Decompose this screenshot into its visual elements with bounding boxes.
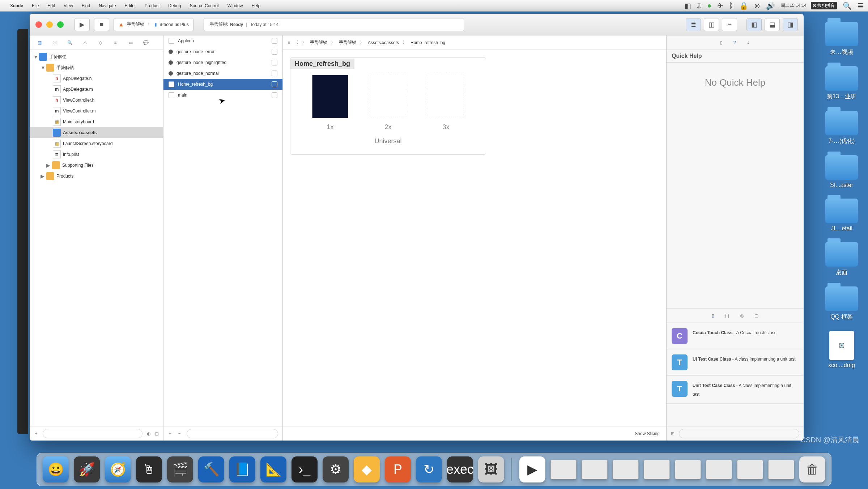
status-volume-icon[interactable]: 🔊 (766, 1, 775, 10)
dock-minimized-window[interactable] (706, 460, 732, 479)
status-lock-icon[interactable]: 🔒 (739, 1, 748, 10)
dock-minimized-window[interactable] (644, 460, 670, 479)
file-inspector-tab-icon[interactable]: ▯ (720, 40, 723, 45)
dock-minimized-window[interactable] (675, 460, 701, 479)
menu-help[interactable]: Help (251, 3, 260, 8)
test-navigator-tab-icon[interactable]: ◇ (96, 39, 104, 47)
library-grid-icon[interactable]: ⊞ (671, 431, 675, 436)
file-row[interactable]: mAppDelegate.m (30, 84, 163, 95)
spotlight-icon[interactable]: 🔍 (843, 1, 852, 10)
app-name[interactable]: Xcode (10, 3, 23, 8)
desktop-dmg[interactable]: 💽xco....dmg (828, 331, 855, 369)
desktop-folder[interactable]: JL...etail (825, 199, 858, 232)
toggle-utilities-button[interactable]: ◨ (783, 18, 798, 31)
status-sync-icon[interactable]: ● (707, 1, 711, 10)
library-item[interactable]: T Unit Test Case Class - A class impleme… (667, 376, 804, 404)
zoom-window-button[interactable] (57, 21, 64, 28)
jump-bar[interactable]: ⌗ 〈 〉 手势解锁 〉 手势解锁 〉 Assets.xcassets 〉 Ho… (283, 35, 666, 50)
menu-view[interactable]: View (64, 3, 73, 8)
products-group[interactable]: ▶Products (30, 171, 163, 182)
menu-file[interactable]: File (32, 3, 39, 8)
dock-preview-icon[interactable]: 🖼 (478, 456, 504, 482)
dock-mouse-icon[interactable]: 🖱 (136, 456, 162, 482)
project-root[interactable]: ▼手势解锁 (30, 51, 163, 62)
menu-source-control[interactable]: Source Control (190, 3, 219, 8)
toggle-debug-area-button[interactable]: ⬓ (765, 18, 780, 31)
dock-terminal-icon[interactable]: ›_ (292, 456, 318, 482)
dock-app-icon[interactable]: ↻ (416, 456, 442, 482)
project-group[interactable]: ▼手势解锁 (30, 62, 163, 73)
standard-editor-button[interactable]: ≣ (686, 18, 701, 31)
add-asset-button[interactable]: ＋ (168, 430, 172, 437)
desktop-folder[interactable]: 7-…(优化) (825, 111, 858, 145)
desktop-folder[interactable]: SI...aster (825, 155, 858, 188)
toggle-navigator-button[interactable]: ◧ (746, 18, 762, 31)
asset-row-selected[interactable]: Home_refresh_bg (163, 79, 282, 90)
recent-filter-icon[interactable]: ◐ (147, 431, 150, 436)
file-row[interactable]: hAppDelegate.h (30, 73, 163, 84)
menubar-clock[interactable]: 周二15:14:14 (781, 3, 807, 9)
navigator-filter-input[interactable] (43, 429, 142, 438)
menu-edit[interactable]: Edit (47, 3, 55, 8)
status-airplane-icon[interactable]: ✈ (717, 1, 723, 10)
dock-minimized-window[interactable] (737, 460, 763, 479)
desktop-folder[interactable]: 未…视频 (825, 22, 858, 56)
dock-media-icon[interactable]: ▶ (519, 456, 545, 482)
menu-product[interactable]: Product (145, 3, 159, 8)
library-filter-input[interactable] (679, 429, 799, 438)
dock-minimized-window[interactable] (768, 460, 794, 479)
image-slot-3x[interactable]: 3x (428, 75, 464, 131)
report-navigator-tab-icon[interactable]: 💬 (142, 39, 150, 47)
dock-settings-icon[interactable]: ⚙ (323, 456, 349, 482)
dock-sketch-icon[interactable]: ◆ (354, 456, 380, 482)
menu-debug[interactable]: Debug (168, 3, 181, 8)
related-items-icon[interactable]: ⌗ (288, 40, 290, 45)
menu-find[interactable]: Find (82, 3, 90, 8)
dock-trash-icon[interactable]: 🗑 (799, 456, 825, 482)
breakpoint-navigator-tab-icon[interactable]: ▭ (127, 39, 135, 47)
dock-app-icon[interactable]: P (385, 456, 411, 482)
asset-row[interactable]: gesture_node_highlighted (163, 57, 282, 68)
dock-imovie-icon[interactable]: 🎬 (167, 456, 193, 482)
asset-row[interactable]: gesture_node_normal (163, 68, 282, 79)
add-button[interactable]: ＋ (34, 430, 38, 437)
remove-asset-button[interactable]: － (177, 430, 182, 437)
dock-app-icon[interactable]: 📘 (229, 456, 255, 482)
stop-button[interactable]: ■ (94, 18, 109, 31)
input-method-indicator[interactable]: S搜狗拼音 (811, 2, 837, 9)
issue-navigator-tab-icon[interactable]: ⚠ (81, 39, 89, 47)
file-row[interactable]: hViewController.h (30, 95, 163, 106)
asset-row[interactable]: main (163, 90, 282, 101)
dock-app-icon[interactable]: 📐 (260, 456, 286, 482)
forward-button[interactable]: 〉 (302, 39, 306, 46)
menu-editor[interactable]: Editor (125, 3, 136, 8)
file-row[interactable]: ▦Main.storyboard (30, 116, 163, 127)
image-slot-1x[interactable]: 1x (312, 75, 348, 131)
media-library-icon[interactable]: ▢ (754, 313, 758, 318)
status-wifi-icon[interactable]: ⊚ (754, 1, 760, 10)
file-row[interactable]: ≣Info.plist (30, 149, 163, 160)
desktop-folder[interactable]: 桌面 (825, 242, 858, 276)
notification-center-icon[interactable]: ≣ (858, 1, 864, 10)
asset-row[interactable]: gesture_node_error (163, 46, 282, 57)
supporting-files-group[interactable]: ▶Supporting Files (30, 160, 163, 171)
status-record-icon[interactable]: ◧ (684, 1, 691, 10)
assistant-editor-button[interactable]: ◫ (704, 18, 719, 31)
scm-filter-icon[interactable]: ▢ (155, 431, 159, 436)
dock-safari-icon[interactable]: 🧭 (105, 456, 131, 482)
file-row[interactable]: ▦LaunchScreen.storyboard (30, 138, 163, 149)
dock-launchpad-icon[interactable]: 🚀 (74, 456, 100, 482)
minimize-window-button[interactable] (46, 21, 53, 28)
image-slot-2x[interactable]: 2x (370, 75, 406, 131)
library-item[interactable]: T UI Test Case Class - A class implement… (667, 349, 804, 376)
object-library-icon[interactable]: ◎ (740, 313, 744, 318)
project-tree[interactable]: ▼手势解锁 ▼手势解锁 hAppDelegate.h mAppDelegate.… (30, 50, 163, 426)
dock-minimized-window[interactable] (613, 460, 639, 479)
file-row[interactable]: mViewController.m (30, 106, 163, 116)
dock-app-icon[interactable]: exec (447, 456, 473, 482)
find-navigator-tab-icon[interactable]: 🔍 (66, 39, 74, 47)
desktop-folder[interactable]: QQ 框架 (825, 286, 858, 321)
close-window-button[interactable] (35, 21, 42, 28)
run-button[interactable]: ▶ (75, 18, 90, 31)
scheme-selector[interactable]: ▲ 手势解锁 〉 ▮ iPhone 6s Plus (114, 18, 193, 31)
